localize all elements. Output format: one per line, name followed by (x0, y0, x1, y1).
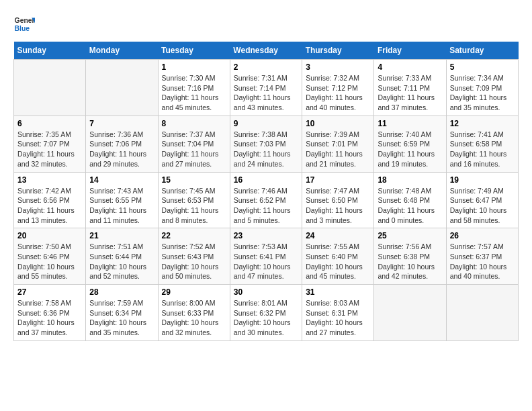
day-number: 15 (162, 175, 226, 185)
day-info: Sunrise: 8:00 AM Sunset: 6:33 PM Dayligh… (162, 298, 226, 338)
day-number: 21 (89, 231, 154, 240)
calendar-cell: 20Sunrise: 7:50 AM Sunset: 6:46 PM Dayli… (14, 228, 86, 285)
day-number: 23 (234, 231, 298, 240)
day-info: Sunrise: 7:42 AM Sunset: 6:56 PM Dayligh… (17, 186, 82, 226)
calendar-cell: 8Sunrise: 7:37 AM Sunset: 7:04 PM Daylig… (158, 116, 230, 172)
day-info: Sunrise: 7:38 AM Sunset: 7:03 PM Dayligh… (234, 130, 298, 169)
day-info: Sunrise: 7:48 AM Sunset: 6:48 PM Dayligh… (378, 186, 442, 226)
calendar-cell: 14Sunrise: 7:43 AM Sunset: 6:55 PM Dayli… (86, 172, 158, 228)
calendar-cell: 6Sunrise: 7:35 AM Sunset: 7:07 PM Daylig… (14, 116, 86, 172)
day-number: 16 (234, 175, 298, 185)
calendar-cell: 21Sunrise: 7:51 AM Sunset: 6:44 PM Dayli… (86, 228, 158, 285)
svg-text:Blue: Blue (15, 25, 30, 32)
day-number: 26 (450, 231, 515, 240)
day-number: 10 (306, 119, 370, 128)
day-info: Sunrise: 7:59 AM Sunset: 6:34 PM Dayligh… (89, 298, 154, 338)
day-info: Sunrise: 7:47 AM Sunset: 6:50 PM Dayligh… (306, 186, 370, 226)
weekday-header: Friday (374, 42, 446, 60)
calendar-week-row: 6Sunrise: 7:35 AM Sunset: 7:07 PM Daylig… (14, 116, 519, 172)
day-info: Sunrise: 7:37 AM Sunset: 7:04 PM Dayligh… (162, 130, 226, 169)
day-info: Sunrise: 7:36 AM Sunset: 7:06 PM Dayligh… (89, 130, 154, 169)
day-info: Sunrise: 8:03 AM Sunset: 6:31 PM Dayligh… (306, 298, 370, 338)
day-number: 25 (378, 231, 442, 240)
day-info: Sunrise: 7:51 AM Sunset: 6:44 PM Dayligh… (89, 242, 154, 281)
day-number: 2 (234, 62, 298, 72)
day-number: 20 (17, 231, 82, 240)
day-number: 6 (17, 119, 82, 128)
day-info: Sunrise: 7:35 AM Sunset: 7:07 PM Dayligh… (17, 130, 82, 169)
day-info: Sunrise: 7:53 AM Sunset: 6:41 PM Dayligh… (234, 242, 298, 281)
day-number: 27 (17, 287, 82, 297)
day-number: 24 (306, 231, 370, 240)
calendar-cell: 7Sunrise: 7:36 AM Sunset: 7:06 PM Daylig… (86, 116, 158, 172)
day-info: Sunrise: 7:41 AM Sunset: 6:58 PM Dayligh… (450, 130, 515, 169)
day-number: 28 (89, 287, 154, 297)
day-number: 7 (89, 119, 154, 128)
day-number: 8 (162, 119, 226, 128)
day-number: 22 (162, 231, 226, 240)
calendar-week-row: 20Sunrise: 7:50 AM Sunset: 6:46 PM Dayli… (14, 228, 519, 285)
calendar-cell: 12Sunrise: 7:41 AM Sunset: 6:58 PM Dayli… (446, 116, 518, 172)
day-info: Sunrise: 7:30 AM Sunset: 7:16 PM Dayligh… (162, 73, 226, 113)
day-info: Sunrise: 7:43 AM Sunset: 6:55 PM Dayligh… (89, 186, 154, 226)
calendar-cell: 28Sunrise: 7:59 AM Sunset: 6:34 PM Dayli… (86, 285, 158, 341)
day-info: Sunrise: 7:40 AM Sunset: 6:59 PM Dayligh… (378, 130, 442, 169)
day-info: Sunrise: 7:45 AM Sunset: 6:53 PM Dayligh… (162, 186, 226, 226)
day-number: 14 (89, 175, 154, 185)
calendar-cell: 3Sunrise: 7:32 AM Sunset: 7:12 PM Daylig… (302, 60, 374, 116)
day-number: 31 (306, 287, 370, 297)
calendar-cell: 9Sunrise: 7:38 AM Sunset: 7:03 PM Daylig… (230, 116, 302, 172)
day-number: 5 (450, 62, 515, 72)
svg-text:General: General (15, 17, 35, 24)
calendar-cell: 23Sunrise: 7:53 AM Sunset: 6:41 PM Dayli… (230, 228, 302, 285)
day-info: Sunrise: 7:31 AM Sunset: 7:14 PM Dayligh… (234, 73, 298, 113)
day-number: 11 (378, 119, 442, 128)
calendar-week-row: 1Sunrise: 7:30 AM Sunset: 7:16 PM Daylig… (14, 60, 519, 116)
calendar-cell: 15Sunrise: 7:45 AM Sunset: 6:53 PM Dayli… (158, 172, 230, 228)
weekday-header: Sunday (14, 42, 86, 60)
day-number: 3 (306, 62, 370, 72)
calendar-week-row: 27Sunrise: 7:58 AM Sunset: 6:36 PM Dayli… (14, 285, 519, 341)
day-info: Sunrise: 7:49 AM Sunset: 6:47 PM Dayligh… (450, 186, 515, 226)
weekday-header: Thursday (302, 42, 374, 60)
day-info: Sunrise: 8:01 AM Sunset: 6:32 PM Dayligh… (234, 298, 298, 338)
day-number: 19 (450, 175, 515, 185)
calendar-cell (446, 285, 518, 341)
calendar-cell: 4Sunrise: 7:33 AM Sunset: 7:11 PM Daylig… (374, 60, 446, 116)
calendar-cell: 17Sunrise: 7:47 AM Sunset: 6:50 PM Dayli… (302, 172, 374, 228)
day-info: Sunrise: 7:33 AM Sunset: 7:11 PM Dayligh… (378, 73, 442, 113)
page-header: General Blue (13, 13, 519, 35)
day-number: 18 (378, 175, 442, 185)
day-number: 1 (162, 62, 226, 72)
weekday-header: Saturday (446, 42, 518, 60)
calendar-cell: 16Sunrise: 7:46 AM Sunset: 6:52 PM Dayli… (230, 172, 302, 228)
calendar-cell: 24Sunrise: 7:55 AM Sunset: 6:40 PM Dayli… (302, 228, 374, 285)
calendar-cell: 1Sunrise: 7:30 AM Sunset: 7:16 PM Daylig… (158, 60, 230, 116)
day-number: 17 (306, 175, 370, 185)
calendar-cell (86, 60, 158, 116)
day-number: 29 (162, 287, 226, 297)
calendar-cell (14, 60, 86, 116)
calendar-cell: 18Sunrise: 7:48 AM Sunset: 6:48 PM Dayli… (374, 172, 446, 228)
calendar-table: SundayMondayTuesdayWednesdayThursdayFrid… (13, 42, 519, 341)
calendar-cell: 25Sunrise: 7:56 AM Sunset: 6:38 PM Dayli… (374, 228, 446, 285)
weekday-header: Wednesday (230, 42, 302, 60)
day-info: Sunrise: 7:32 AM Sunset: 7:12 PM Dayligh… (306, 73, 370, 113)
day-info: Sunrise: 7:34 AM Sunset: 7:09 PM Dayligh… (450, 73, 515, 113)
day-info: Sunrise: 7:39 AM Sunset: 7:01 PM Dayligh… (306, 130, 370, 169)
calendar-cell (374, 285, 446, 341)
calendar-cell: 31Sunrise: 8:03 AM Sunset: 6:31 PM Dayli… (302, 285, 374, 341)
calendar-cell: 2Sunrise: 7:31 AM Sunset: 7:14 PM Daylig… (230, 60, 302, 116)
day-number: 9 (234, 119, 298, 128)
weekday-header-row: SundayMondayTuesdayWednesdayThursdayFrid… (14, 42, 519, 60)
day-info: Sunrise: 7:56 AM Sunset: 6:38 PM Dayligh… (378, 242, 442, 281)
calendar-cell: 5Sunrise: 7:34 AM Sunset: 7:09 PM Daylig… (446, 60, 518, 116)
logo-icon: General Blue (13, 13, 35, 35)
day-number: 12 (450, 119, 515, 128)
calendar-cell: 11Sunrise: 7:40 AM Sunset: 6:59 PM Dayli… (374, 116, 446, 172)
day-number: 13 (17, 175, 82, 185)
calendar-cell: 13Sunrise: 7:42 AM Sunset: 6:56 PM Dayli… (14, 172, 86, 228)
calendar-cell: 10Sunrise: 7:39 AM Sunset: 7:01 PM Dayli… (302, 116, 374, 172)
day-info: Sunrise: 7:50 AM Sunset: 6:46 PM Dayligh… (17, 242, 82, 281)
logo: General Blue (13, 13, 35, 35)
